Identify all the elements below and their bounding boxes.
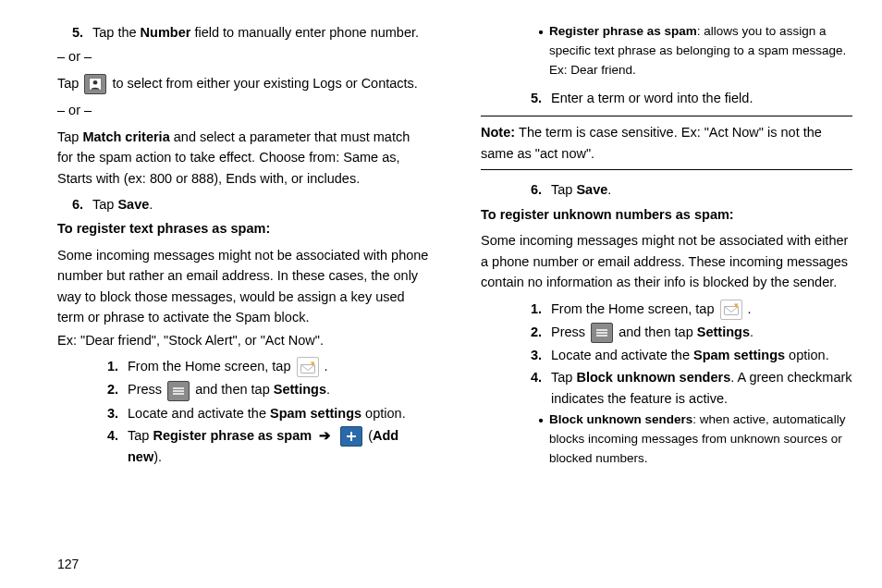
bold-number: Number — [141, 25, 191, 40]
paragraph-phrases-ex: Ex: "Dear friend", "Stock Alert", or "Ac… — [57, 330, 429, 350]
step-number: 4. — [92, 425, 128, 468]
step-body: Press and then tap Settings. — [551, 322, 852, 343]
bold-spam: Spam settings — [270, 406, 361, 421]
section-heading-unknown: To register unknown numbers as spam: — [481, 204, 852, 225]
step-number: 3. — [516, 345, 551, 365]
bullet-body: Register phrase as spam: allows you to a… — [549, 22, 852, 80]
text: Tap — [57, 76, 82, 91]
text: and then tap — [195, 382, 274, 397]
text: Press — [128, 382, 165, 397]
step-5: 5. Tap the Number field to manually ente… — [57, 22, 429, 43]
note-block: Note:The term is case sensitive. Ex: "Ac… — [481, 116, 852, 170]
text: Press — [551, 325, 589, 339]
bold-save: Save — [117, 197, 149, 212]
messaging-icon — [720, 300, 742, 320]
text: to select from either your existing Logs… — [112, 76, 417, 91]
text: Tap — [92, 197, 117, 212]
bold-register-phrase: Register phrase as spam — [549, 24, 697, 38]
bold-settings: Settings — [697, 325, 750, 339]
section-heading-phrases: To register text phrases as spam: — [57, 218, 429, 239]
text: From the Home screen, tap — [128, 359, 295, 374]
step-number: 5. — [57, 22, 92, 43]
bullet-dot: • — [533, 410, 549, 469]
text: . — [149, 197, 153, 212]
text: and then tap — [619, 325, 697, 339]
bold-settings: Settings — [274, 382, 326, 397]
step-number: 5. — [516, 88, 551, 108]
text: . — [607, 182, 611, 197]
manual-page: 5. Tap the Number field to manually ente… — [0, 0, 882, 588]
step-5-alt2: Tap Match criteria and select a paramete… — [57, 127, 429, 189]
step-number: 6. — [516, 179, 551, 200]
bold-register: Register phrase as spam — [153, 428, 312, 443]
step-body: Press and then tap Settings. — [128, 379, 429, 400]
step-number: 4. — [516, 367, 551, 409]
svg-point-1 — [93, 80, 98, 85]
substep-3: 3. Locate and activate the Spam settings… — [92, 403, 429, 423]
bullet-body: Block unknown senders: when active, auto… — [549, 410, 852, 469]
step-5-alt1: Tap to select from either your existing … — [57, 73, 429, 94]
text: From the Home screen, tap — [551, 301, 718, 316]
text: option. — [361, 406, 406, 421]
bold-match: Match criteria — [82, 129, 169, 144]
right-column: • Register phrase as spam: allows you to… — [481, 22, 852, 549]
note-label: Note: — [481, 125, 515, 140]
step-body: Tap Save. — [92, 194, 429, 214]
step-6-right: 6. Tap Save. — [516, 179, 852, 200]
step-number: 1. — [516, 299, 551, 320]
heading-text: To register unknown numbers as spam: — [481, 207, 734, 222]
step-number: 3. — [92, 403, 128, 423]
step-body: From the Home screen, tap . — [551, 299, 852, 320]
text: Locate and activate the — [551, 348, 693, 362]
step-body: Tap Save. — [551, 179, 852, 200]
plus-icon — [340, 426, 362, 447]
bullet-block-unknown: • Block unknown senders: when active, au… — [533, 410, 852, 469]
bold-save: Save — [576, 182, 607, 197]
bullet-register-phrase: • Register phrase as spam: allows you to… — [533, 22, 852, 80]
menu-icon — [167, 381, 190, 401]
heading-text: To register text phrases as spam: — [57, 221, 270, 236]
step-number: 1. — [92, 356, 128, 377]
step-6: 6. Tap Save. — [57, 194, 429, 214]
text: Tap — [57, 129, 82, 144]
step-body: Tap Register phrase as spam ➔ (Add new). — [128, 425, 429, 468]
u-step-4: 4. Tap Block unknown senders. A green ch… — [516, 367, 852, 409]
page-number: 127 — [57, 549, 852, 571]
text: ). — [153, 449, 162, 464]
text: . — [326, 382, 330, 397]
messaging-icon — [297, 357, 319, 377]
left-column: 5. Tap the Number field to manually ente… — [57, 22, 429, 549]
step-5-right: 5. Enter a term or word into the field. — [516, 88, 852, 108]
columns: 5. Tap the Number field to manually ente… — [57, 22, 852, 549]
step-number: 2. — [92, 379, 128, 400]
bold-block-unknown: Block unknown senders — [549, 412, 692, 426]
note-content: Note:The term is case sensitive. Ex: "Ac… — [481, 122, 852, 164]
step-number: 6. — [57, 194, 92, 214]
text: . — [748, 301, 752, 316]
text: Tap — [551, 370, 576, 385]
substep-4: 4. Tap Register phrase as spam ➔ (Add ne… — [92, 425, 429, 468]
step-body: From the Home screen, tap . — [128, 356, 429, 377]
step-body: Tap Block unknown senders. A green check… — [551, 367, 852, 409]
text: Locate and activate the — [128, 406, 270, 421]
note-body: The term is case sensitive. Ex: "Act Now… — [481, 125, 822, 160]
step-body: Enter a term or word into the field. — [551, 88, 852, 108]
or-divider: – or – — [57, 100, 429, 120]
u-step-1: 1. From the Home screen, tap . — [516, 299, 852, 320]
or-divider: – or – — [57, 46, 429, 67]
bold-spam: Spam settings — [693, 348, 785, 362]
paragraph-unknown: Some incoming messages might not be asso… — [481, 230, 852, 292]
paragraph-phrases: Some incoming messages might not be asso… — [57, 245, 429, 328]
u-step-3: 3. Locate and activate the Spam settings… — [516, 345, 852, 365]
text: option. — [785, 348, 829, 362]
text — [312, 428, 315, 443]
menu-icon — [591, 323, 613, 343]
step-body: Tap the Number field to manually enter p… — [92, 22, 429, 43]
text: Tap the — [92, 25, 141, 40]
arrow-icon: ➔ — [319, 428, 331, 443]
text: Tap — [128, 428, 153, 443]
bullet-dot: • — [533, 22, 549, 80]
u-step-2: 2. Press and then tap Settings. — [516, 322, 852, 343]
text: . — [325, 359, 328, 374]
contact-icon — [84, 74, 106, 94]
